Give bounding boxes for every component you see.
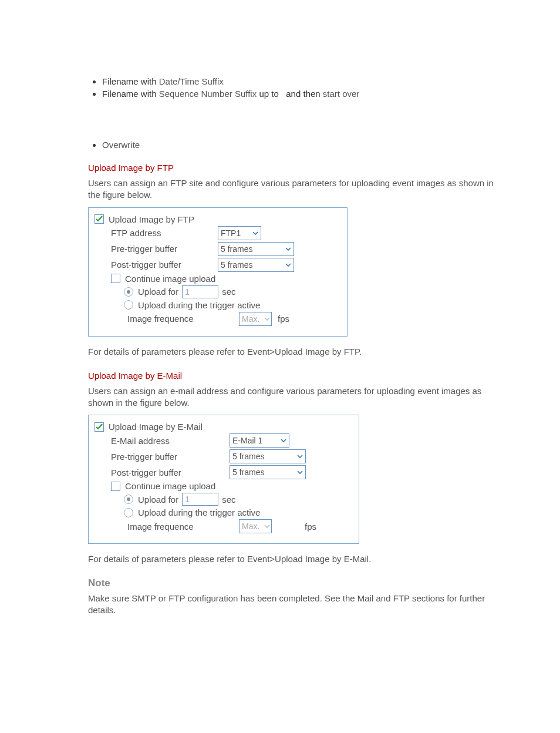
- chevron-down-icon: [283, 258, 294, 271]
- image-frequence-select[interactable]: Max.: [239, 312, 272, 326]
- text: Filename with: [102, 76, 157, 86]
- upload-ftp-checkbox[interactable]: [95, 214, 104, 224]
- upload-for-label: Upload for: [138, 495, 178, 505]
- ftp-address-select[interactable]: FTP1: [218, 226, 261, 240]
- chevron-down-icon: [250, 227, 261, 240]
- email-panel: Upload Image by E-Mail E-Mail address E-…: [88, 415, 359, 544]
- note-heading: Note: [88, 577, 501, 589]
- chevron-down-icon: [263, 520, 271, 533]
- text-highlight: Sequence Number Suffix: [159, 89, 257, 99]
- select-value: Max.: [239, 522, 263, 531]
- post-trigger-label: Post-trigger buffer: [95, 468, 230, 478]
- upload-during-radio[interactable]: [124, 508, 133, 517]
- upload-for-radio[interactable]: [124, 495, 133, 504]
- select-value: 5 frames: [218, 244, 256, 254]
- section-heading-email: Upload Image by E-Mail: [88, 371, 501, 381]
- text: Filename with: [102, 89, 157, 99]
- sec-label: sec: [222, 495, 235, 505]
- text: up to: [259, 89, 278, 99]
- pre-trigger-select[interactable]: 5 frames: [230, 449, 306, 463]
- section-desc-email: Users can assign an e-mail address and c…: [88, 385, 501, 409]
- post-trigger-label: Post-trigger buffer: [95, 260, 218, 270]
- text: [281, 89, 284, 99]
- section-heading-ftp: Upload Image by FTP: [88, 163, 501, 173]
- chevron-down-icon: [278, 434, 289, 447]
- chevron-down-icon: [263, 312, 271, 325]
- list-item: Filename with Sequence Number Suffix up …: [102, 89, 501, 99]
- upload-during-radio[interactable]: [124, 300, 133, 310]
- text-highlight: Date/Time Suffix: [159, 76, 224, 86]
- section-desc-ftp: Users can assign an FTP site and configu…: [88, 177, 501, 201]
- text-highlight: start over: [323, 89, 360, 99]
- continue-upload-label: Continue image upload: [125, 481, 215, 491]
- filename-options-list: Filename with Date/Time Suffix Filename …: [88, 76, 501, 150]
- select-value: E-Mail 1: [230, 436, 266, 445]
- email-address-label: E-Mail address: [95, 436, 230, 446]
- continue-upload-checkbox[interactable]: [111, 274, 120, 283]
- image-frequence-label: Image frequence: [127, 314, 239, 324]
- section-closing-ftp: For details of parameters please refer t…: [88, 346, 501, 358]
- section-closing-email: For details of parameters please refer t…: [88, 553, 501, 565]
- continue-upload-label: Continue image upload: [125, 274, 215, 284]
- upload-ftp-title: Upload Image by FTP: [109, 214, 194, 224]
- ftp-address-label: FTP address: [95, 228, 218, 238]
- chevron-down-icon: [295, 466, 305, 479]
- image-frequence-label: Image frequence: [127, 522, 239, 532]
- upload-email-title: Upload Image by E-Mail: [109, 422, 203, 432]
- list-item: Overwrite: [102, 140, 501, 150]
- text: and then: [286, 89, 320, 99]
- upload-during-label: Upload during the trigger active: [138, 507, 260, 517]
- upload-for-input[interactable]: 1: [182, 493, 218, 506]
- upload-email-checkbox[interactable]: [95, 422, 104, 432]
- chevron-down-icon: [283, 243, 294, 255]
- chevron-down-icon: [295, 450, 305, 463]
- post-trigger-select[interactable]: 5 frames: [218, 258, 294, 272]
- upload-for-radio[interactable]: [124, 287, 133, 297]
- upload-for-input[interactable]: 1: [182, 285, 218, 298]
- pre-trigger-label: Pre-trigger buffer: [95, 244, 218, 254]
- fps-label: fps: [278, 314, 289, 324]
- select-value: 5 frames: [230, 452, 268, 461]
- text-highlight: Overwrite: [102, 140, 140, 150]
- pre-trigger-select[interactable]: 5 frames: [218, 242, 294, 256]
- select-value: 5 frames: [230, 468, 268, 477]
- note-body: Make sure SMTP or FTP configuration has …: [88, 593, 501, 617]
- upload-for-label: Upload for: [138, 287, 178, 297]
- ftp-panel: Upload Image by FTP FTP address FTP1 Pre…: [88, 207, 348, 337]
- post-trigger-select[interactable]: 5 frames: [230, 465, 306, 479]
- email-address-select[interactable]: E-Mail 1: [230, 433, 289, 448]
- upload-during-label: Upload during the trigger active: [138, 300, 260, 310]
- select-value: FTP1: [218, 228, 244, 238]
- continue-upload-checkbox[interactable]: [111, 482, 120, 491]
- fps-label: fps: [305, 522, 316, 532]
- pre-trigger-label: Pre-trigger buffer: [95, 452, 230, 462]
- list-item: Filename with Date/Time Suffix: [102, 76, 501, 86]
- sec-label: sec: [222, 287, 235, 297]
- image-frequence-select[interactable]: Max.: [239, 519, 272, 533]
- select-value: Max.: [239, 314, 263, 324]
- select-value: 5 frames: [218, 260, 256, 270]
